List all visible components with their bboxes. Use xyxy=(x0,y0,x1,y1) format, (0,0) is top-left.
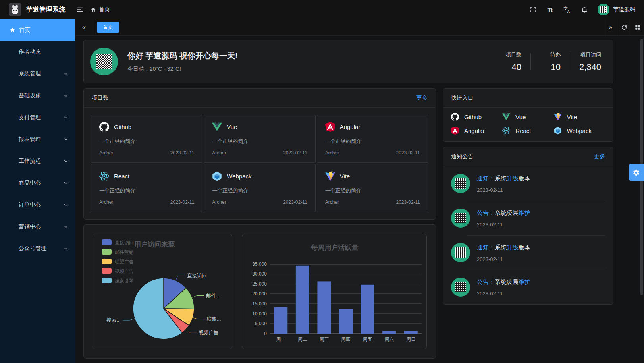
project-tile[interactable]: Webpack 一个正经的简介 Archer 2023-02-11 xyxy=(204,164,315,212)
chevron-down-icon xyxy=(64,71,68,76)
svg-text:周三: 周三 xyxy=(319,336,329,342)
welcome-avatar xyxy=(90,48,118,75)
project-description: 一个正经的简介 xyxy=(212,138,307,145)
chevron-down-icon xyxy=(64,246,68,251)
project-author: Archer xyxy=(325,199,339,205)
header-actions: Tt 文A 芋道源码 xyxy=(530,4,635,15)
sidebar-collapse-icon[interactable]: « xyxy=(75,19,93,35)
theme-settings-button[interactable] xyxy=(629,164,644,181)
notice-title: 公告：系统凌晨维护 xyxy=(477,209,530,217)
welcome-stats: 项目数40待办10项目访问2,340 xyxy=(501,51,601,72)
language-icon[interactable]: 文A xyxy=(563,6,571,14)
notice-item[interactable]: 通知：系统升级版本 2023-02-11 xyxy=(443,236,613,270)
home-icon xyxy=(10,27,15,33)
svg-text:25,000: 25,000 xyxy=(252,281,267,287)
shortcuts-card: 快捷入口 Github Vue Vite Angular React Webpa… xyxy=(443,88,613,142)
svg-text:周日: 周日 xyxy=(406,336,416,342)
shortcut-item[interactable]: Vue xyxy=(502,113,553,121)
notice-item[interactable]: 公告：系统凌晨维护 2023-02-11 xyxy=(443,270,613,304)
project-name: Webpack xyxy=(227,173,251,180)
notice-date: 2023-02-11 xyxy=(477,187,530,193)
home-icon xyxy=(91,7,96,12)
shortcut-item[interactable]: Webpack xyxy=(554,127,605,135)
vite-icon xyxy=(554,113,562,121)
sidebar-item[interactable]: 首页 xyxy=(0,19,75,41)
sidebar-item[interactable]: 作者动态 xyxy=(0,41,75,63)
shortcut-item[interactable]: Vite xyxy=(554,113,605,121)
chevron-down-icon xyxy=(64,224,68,229)
breadcrumb[interactable]: 首页 xyxy=(91,6,110,13)
shortcut-label: Webpack xyxy=(567,127,592,134)
sidebar-item[interactable]: 工作流程 xyxy=(0,150,75,172)
refresh-icon[interactable] xyxy=(617,19,631,35)
tab-home[interactable]: 首页 xyxy=(97,22,119,33)
sidebar-item[interactable]: 报表管理 xyxy=(0,128,75,150)
project-tile[interactable]: Github 一个正经的简介 Archer 2023-02-11 xyxy=(91,115,202,163)
sidebar-item[interactable]: 支付管理 xyxy=(0,106,75,128)
sidebar-item[interactable]: 基础设施 xyxy=(0,85,75,106)
breadcrumb-home-label: 首页 xyxy=(99,6,110,13)
layout-grid-icon[interactable] xyxy=(631,19,644,35)
notification-bell-icon[interactable] xyxy=(581,6,588,13)
sidebar-menu: 首页作者动态系统管理基础设施支付管理报表管理工作流程商品中心订单中心营销中心公众… xyxy=(0,19,75,259)
projects-card: 项目数 更多 Github 一个正经的简介 Archer 2023-02-11 … xyxy=(83,88,436,220)
github-icon xyxy=(99,122,109,132)
project-date: 2023-02-11 xyxy=(283,150,307,156)
user-avatar xyxy=(598,4,609,15)
welcome-stat: 待办10 xyxy=(540,51,561,72)
hamburger-icon[interactable] xyxy=(76,6,84,13)
project-author: Archer xyxy=(99,150,113,156)
svg-text:周四: 周四 xyxy=(341,336,351,342)
shortcut-item[interactable]: Github xyxy=(451,113,502,121)
project-tile[interactable]: Vue 一个正经的简介 Archer 2023-02-11 xyxy=(204,115,315,163)
sidebar-item[interactable]: 营销中心 xyxy=(0,216,75,237)
user-menu[interactable]: 芋道源码 xyxy=(598,4,635,15)
sidebar-item[interactable]: 商品中心 xyxy=(0,172,75,194)
sidebar-item-label: 支付管理 xyxy=(19,114,41,121)
svg-text:5,000: 5,000 xyxy=(255,321,267,326)
notice-avatar xyxy=(451,243,470,262)
stat-label: 待办 xyxy=(540,51,561,58)
project-name: Vue xyxy=(227,124,237,130)
projects-more-link[interactable]: 更多 xyxy=(416,95,428,102)
stat-divider xyxy=(530,53,531,70)
react-icon xyxy=(502,127,510,135)
notice-item[interactable]: 通知：系统升级版本 2023-02-11 xyxy=(443,166,613,201)
welcome-stat: 项目访问2,340 xyxy=(579,51,601,72)
svg-text:每周用户活跃量: 每周用户活跃量 xyxy=(311,243,359,251)
chevron-down-icon xyxy=(64,159,68,164)
svg-text:10,000: 10,000 xyxy=(252,311,267,317)
welcome-greeting: 你好 芋道源码 祝你开心每一天! xyxy=(127,50,238,61)
notices-more-link[interactable]: 更多 xyxy=(594,153,605,160)
notice-avatar xyxy=(451,278,470,297)
notices-card: 通知公告 更多 通知：系统升级版本 2023-02-11 公告：系统凌晨维护 2… xyxy=(443,147,613,305)
project-date: 2023-02-11 xyxy=(396,150,420,156)
shortcut-item[interactable]: React xyxy=(502,127,553,135)
notices-list: 通知：系统升级版本 2023-02-11 公告：系统凌晨维护 2023-02-1… xyxy=(443,166,613,304)
sidebar-item[interactable]: 订单中心 xyxy=(0,194,75,216)
sidebar-item[interactable]: 公众号管理 xyxy=(0,237,75,259)
shortcut-label: Vue xyxy=(515,114,526,120)
app-header: 芋道管理系统 首页 Tt 文A 芋道源码 xyxy=(0,0,644,19)
notice-date: 2023-02-11 xyxy=(477,222,530,228)
project-tile[interactable]: Angular 一个正经的简介 Archer 2023-02-11 xyxy=(317,115,428,163)
sidebar-item[interactable]: 系统管理 xyxy=(0,63,75,85)
font-size-icon[interactable]: Tt xyxy=(546,6,553,13)
page-content: 你好 芋道源码 祝你开心每一天! 今日晴，20°C - 32°C! 项目数40待… xyxy=(75,36,644,363)
project-description: 一个正经的简介 xyxy=(99,138,194,145)
svg-text:搜索引擎: 搜索引擎 xyxy=(115,278,134,284)
fullscreen-icon[interactable] xyxy=(530,6,537,13)
notice-item[interactable]: 公告：系统凌晨维护 2023-02-11 xyxy=(443,201,613,235)
project-date: 2023-02-11 xyxy=(283,199,307,205)
welcome-stat: 项目数40 xyxy=(501,51,521,72)
project-tile[interactable]: Vite 一个正经的简介 Archer 2023-02-11 xyxy=(317,164,428,212)
sidebar-item-label: 工作流程 xyxy=(19,158,41,165)
svg-text:直接访问: 直接访问 xyxy=(115,240,134,245)
projects-grid: Github 一个正经的简介 Archer 2023-02-11 Vue 一个正… xyxy=(84,108,436,219)
project-name: Vite xyxy=(340,173,350,180)
project-tile[interactable]: React 一个正经的简介 Archer 2023-02-11 xyxy=(91,164,202,212)
shortcut-label: Vite xyxy=(567,114,577,120)
shortcut-item[interactable]: Angular xyxy=(451,127,502,135)
tabs-scroll-right-icon[interactable]: » xyxy=(604,19,617,35)
svg-text:视频广告: 视频广告 xyxy=(199,330,219,336)
